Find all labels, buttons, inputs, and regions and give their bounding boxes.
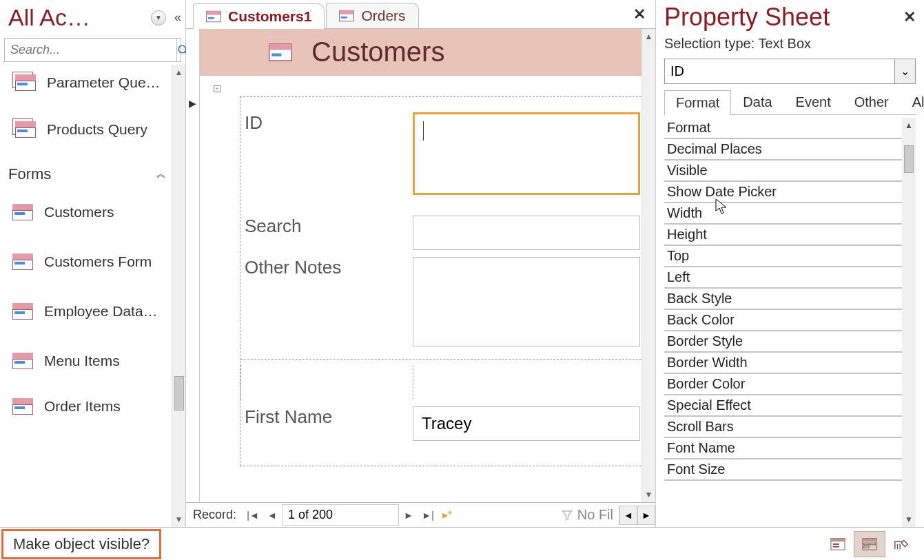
nav-pane-collapse-button[interactable]: «	[174, 10, 178, 25]
next-record-button[interactable]: ►	[399, 510, 418, 521]
property-row-top[interactable]: Top	[664, 246, 902, 267]
property-row-back-color[interactable]: Back Color	[664, 310, 902, 331]
first-name-label[interactable]: First Name	[240, 406, 413, 428]
svg-rect-12	[831, 538, 845, 541]
tab-close-button[interactable]: ✕	[624, 6, 655, 23]
layout-view-button[interactable]	[854, 531, 885, 557]
property-sheet-close-button[interactable]: ✕	[903, 8, 916, 26]
scroll-up-icon[interactable]: ▲	[905, 118, 913, 133]
form-view-button[interactable]	[822, 531, 854, 557]
form-header: Customers	[200, 29, 641, 76]
nav-item-customers-form[interactable]: Customers Form	[0, 237, 172, 287]
nav-item-order-items[interactable]: Order Items	[0, 386, 172, 424]
object-selector-value[interactable]: ID	[664, 59, 895, 84]
first-record-button[interactable]: |◄	[243, 510, 263, 521]
design-view-button[interactable]	[885, 531, 917, 557]
svg-rect-9	[269, 43, 292, 50]
property-tab-all[interactable]: All	[901, 90, 924, 114]
id-textbox[interactable]	[413, 112, 640, 195]
nav-item-products-query[interactable]: Products Query	[0, 101, 172, 158]
nav-item-customers[interactable]: Customers	[0, 187, 172, 237]
nav-scrollbar[interactable]: ▲ ▼	[172, 65, 185, 527]
search-textbox[interactable]	[413, 216, 640, 250]
other-notes-textbox[interactable]	[413, 257, 640, 346]
nav-group-forms[interactable]: Forms ︽	[0, 158, 172, 187]
property-row-visible[interactable]: Visible	[664, 160, 902, 182]
tab-customers1[interactable]: Customers1	[193, 3, 325, 29]
hscroll-left-button[interactable]: ◄	[619, 506, 637, 525]
nav-search-input[interactable]	[5, 39, 176, 61]
svg-rect-3	[206, 11, 220, 15]
filter-indicator[interactable]: No Fil	[555, 507, 619, 523]
nav-item-employee-data[interactable]: Employee Data…	[0, 287, 172, 336]
nav-item-label: Customers Form	[44, 253, 152, 270]
property-row-border-style[interactable]: Border Style	[664, 331, 902, 353]
form-icon	[12, 303, 33, 320]
scroll-down-icon[interactable]: ▼	[905, 512, 913, 527]
property-row-format[interactable]: Format	[664, 118, 902, 139]
property-tab-other[interactable]: Other	[843, 90, 901, 114]
other-notes-label[interactable]: Other Notes	[240, 257, 413, 278]
property-scrollbar[interactable]: ▲ ▼	[902, 118, 916, 527]
scroll-thumb[interactable]	[904, 145, 914, 173]
object-selector-dropdown-button[interactable]: ⌄	[895, 59, 916, 84]
property-tab-event[interactable]: Event	[784, 90, 843, 114]
property-row-border-color[interactable]: Border Color	[664, 374, 902, 395]
layout-selector-handle[interactable]: +	[214, 85, 220, 92]
status-bar: Make object visible?	[0, 527, 924, 560]
id-label[interactable]: ID	[240, 112, 413, 134]
scroll-down-icon[interactable]: ▼	[645, 487, 653, 502]
property-tab-data[interactable]: Data	[731, 90, 783, 114]
property-sheet-title: Property Sheet	[664, 3, 903, 32]
form-icon	[206, 10, 221, 23]
property-row-scroll-bars[interactable]: Scroll Bars	[664, 417, 902, 438]
record-selector-bar[interactable]: ▶	[186, 29, 200, 502]
scroll-thumb[interactable]	[174, 376, 184, 411]
last-record-button[interactable]: ►|	[418, 510, 438, 521]
hscroll-right-button[interactable]: ►	[637, 506, 655, 525]
svg-rect-7	[341, 17, 347, 19]
scroll-up-icon[interactable]: ▲	[645, 29, 653, 44]
nav-item-label: Menu Items	[44, 353, 120, 369]
first-name-textbox[interactable]: Tracey	[413, 406, 640, 441]
query-icon	[15, 121, 36, 138]
property-row-width[interactable]: Width	[664, 203, 902, 225]
property-row-height[interactable]: Height	[664, 225, 902, 246]
nav-search-container	[4, 38, 181, 62]
svg-rect-19	[864, 546, 869, 548]
svg-rect-14	[833, 546, 839, 547]
form-vertical-scrollbar[interactable]: ▲ ▼	[641, 29, 655, 502]
object-selector[interactable]: ID ⌄	[664, 59, 916, 84]
search-label[interactable]: Search	[240, 216, 413, 237]
form-icon	[12, 253, 33, 270]
tab-orders[interactable]: Orders	[326, 3, 418, 28]
property-row-decimal-places[interactable]: Decimal Places	[664, 139, 902, 160]
property-row-font-name[interactable]: Font Name	[664, 438, 902, 459]
main-area: Customers1 Orders ✕ ▶ Customers +	[186, 0, 655, 527]
filter-text: No Fil	[577, 507, 613, 523]
property-tab-format[interactable]: Format	[664, 90, 731, 115]
record-position-input[interactable]	[282, 504, 399, 526]
nav-item-menu-items[interactable]: Menu Items	[0, 336, 172, 386]
property-row-font-size[interactable]: Font Size	[664, 459, 902, 481]
svg-rect-4	[208, 17, 214, 19]
scroll-up-icon[interactable]: ▲	[175, 65, 183, 80]
nav-pane-dropdown[interactable]: ▼	[151, 10, 166, 25]
property-row-left[interactable]: Left	[664, 267, 902, 289]
property-row-special-effect[interactable]: Special Effect	[664, 395, 902, 417]
property-row-border-width[interactable]: Border Width	[664, 353, 902, 374]
nav-item-parameter-query[interactable]: Parameter Que…	[0, 65, 172, 101]
svg-rect-17	[864, 543, 869, 545]
scroll-down-icon[interactable]: ▼	[175, 512, 183, 527]
property-row-show-date-picker[interactable]: Show Date Picker	[664, 182, 902, 203]
form-icon	[269, 43, 292, 61]
nav-pane-title[interactable]: All Ac…	[8, 4, 147, 31]
view-shortcuts	[822, 531, 924, 557]
query-icon	[15, 74, 36, 91]
svg-rect-16	[863, 538, 876, 541]
property-row-back-style[interactable]: Back Style	[664, 289, 902, 310]
new-record-button[interactable]: ▸*	[438, 508, 457, 521]
collapse-chevron-icon[interactable]: ︽	[156, 168, 163, 180]
property-rows: FormatDecimal PlacesVisibleShow Date Pic…	[664, 118, 902, 527]
prev-record-button[interactable]: ◄	[263, 510, 282, 521]
